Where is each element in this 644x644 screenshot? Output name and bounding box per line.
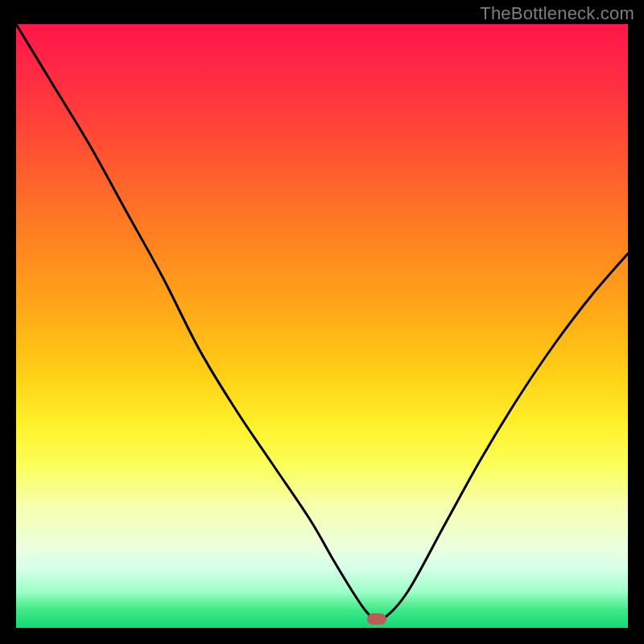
plot-area [16, 24, 628, 628]
chart-frame: TheBottleneck.com [0, 0, 644, 644]
watermark-text: TheBottleneck.com [480, 3, 634, 24]
curve-svg [16, 24, 628, 628]
minimum-marker [367, 613, 386, 625]
bottleneck-curve [16, 24, 628, 621]
